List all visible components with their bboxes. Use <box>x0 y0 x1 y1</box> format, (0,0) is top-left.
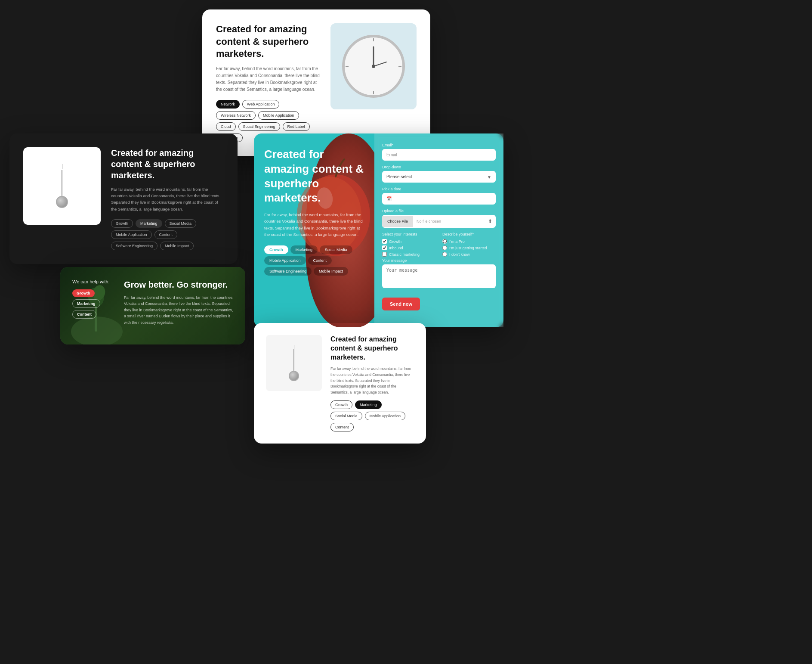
tag-social-eng[interactable]: Social Engineering <box>238 122 280 131</box>
upload-field-group: Upload a file Choose File No file chosen… <box>382 209 496 228</box>
tag-nature-content[interactable]: Content <box>72 310 96 319</box>
card-2-tags: Growth Marketing Social Media Mobile App… <box>111 219 224 250</box>
checkbox-classic-label: Classic marketing <box>389 252 420 257</box>
tag-mobile-app[interactable]: Mobile Application <box>258 111 299 120</box>
card-2-title: Created for amazing content & superhero … <box>111 147 224 181</box>
pendulum-small <box>289 345 299 381</box>
tag-network[interactable]: Network <box>216 100 240 109</box>
email-input[interactable] <box>382 149 496 161</box>
checkbox-classic-input[interactable] <box>382 252 387 257</box>
card-2-image <box>23 147 101 225</box>
card-4-teal: Created for amazing content & superhero … <box>254 133 503 327</box>
message-label: Your message <box>382 258 496 263</box>
tag-teal-mobile[interactable]: Mobile Application <box>264 256 306 265</box>
select-wrapper: Please select Option 1 Option 2 ▼ <box>382 171 496 183</box>
card-3-eyebrow: We can help with: <box>72 279 120 284</box>
tag5-mobile[interactable]: Mobile Application <box>365 412 406 420</box>
tag5-social[interactable]: Social Media <box>330 412 362 420</box>
tag-software-eng[interactable]: Software Engineering <box>111 242 157 250</box>
card-5-image <box>266 335 322 391</box>
tag-mobile-app2[interactable]: Mobile Application <box>111 230 152 239</box>
pendulum-line <box>62 170 62 196</box>
message-textarea[interactable] <box>382 264 496 288</box>
card-2-dark: Created for amazing content & superhero … <box>9 133 238 264</box>
tag5-content[interactable]: Content <box>330 423 354 431</box>
pendulum-illustration <box>56 164 68 208</box>
pendulum-needle-small <box>294 345 294 349</box>
date-label: Pick a date <box>382 187 496 191</box>
dropdown-field-group: Drop-down Please select Option 1 Option … <box>382 165 496 183</box>
card-5-white: Created for amazing content & superhero … <box>254 323 426 444</box>
tag-red-label[interactable]: Red Label <box>283 122 310 131</box>
tag-social-media[interactable]: Social Media <box>165 219 197 228</box>
pendulum-line-small <box>293 349 294 371</box>
send-now-button[interactable]: Send now <box>382 298 420 310</box>
card-4-body: Far far away, behind the word mountains,… <box>264 211 364 238</box>
tag5-growth[interactable]: Growth <box>330 400 352 409</box>
tag-teal-marketing[interactable]: Marketing <box>290 245 318 254</box>
radio-pro-input[interactable] <box>442 239 447 244</box>
checkbox-growth-label: Growth <box>389 239 401 244</box>
date-input[interactable]: 📅 <box>382 193 496 205</box>
radio-started-input[interactable] <box>442 245 447 250</box>
tag-teal-content[interactable]: Content <box>308 256 332 265</box>
pendulum-needle <box>62 164 62 169</box>
tag-nature-growth[interactable]: Growth <box>72 289 95 297</box>
tag-mobile-impact[interactable]: Mobile Impact <box>160 242 194 250</box>
card-4-form: Email* Drop-down Please select Option 1 … <box>374 133 503 327</box>
describe-label: Describe yourself* <box>442 232 496 236</box>
radio-dontknow-label: I don't know <box>449 252 470 257</box>
email-label: Email* <box>382 143 496 147</box>
upload-label: Upload a file <box>382 209 496 213</box>
checkbox-inbound-input[interactable] <box>382 245 387 250</box>
checkbox-growth-input[interactable] <box>382 239 387 244</box>
tag-teal-impact[interactable]: Mobile Impact <box>314 267 348 276</box>
email-field-group: Email* <box>382 143 496 161</box>
file-upload-row: Choose File No file chosen ⬆ <box>382 215 496 228</box>
radio-started: I'm just getting started <box>442 245 496 250</box>
card-2-body: Far far away, behind the word mountains,… <box>111 186 224 212</box>
tag-growth[interactable]: Growth <box>111 219 133 228</box>
card-5-body: Far far away, behind the word mountains,… <box>330 366 414 395</box>
card-3-title: Grow better. Go stronger. <box>124 279 233 290</box>
radio-pro-label: I'm a Pro <box>449 239 465 244</box>
radio-dontknow-input[interactable] <box>442 252 447 257</box>
tag-teal-social[interactable]: Social Media <box>320 245 352 254</box>
choose-file-button[interactable]: Choose File <box>382 216 413 227</box>
card-3-left-col: We can help with: Growth Marketing Conte… <box>72 279 120 332</box>
tag-web-app[interactable]: Web Application <box>242 100 279 109</box>
tag-teal-softeng[interactable]: Software Engineering <box>264 267 312 276</box>
card-5-tags: Growth Marketing Social Media Mobile App… <box>330 400 414 431</box>
pendulum-ball-small <box>289 371 299 381</box>
card-1-title: Created for amazing content & superhero … <box>216 23 320 60</box>
checkbox-growth: Growth <box>382 239 435 244</box>
card-1-content: Created for amazing content & superhero … <box>216 23 320 142</box>
card-4-tag-row: Growth Marketing Social Media Mobile App… <box>264 245 364 276</box>
upload-icon: ⬆ <box>485 215 496 228</box>
card-5-content: Created for amazing content & superhero … <box>330 335 414 431</box>
card-4-title: Created for amazing content & superhero … <box>264 147 364 205</box>
tag-marketing[interactable]: Marketing <box>136 219 162 228</box>
card-1-body: Far far away, behind the word mountains,… <box>216 65 320 93</box>
radio-pro: I'm a Pro <box>442 239 496 244</box>
interests-section: Select your interests Growth Inbound Cla… <box>382 232 496 258</box>
card-3-inner: We can help with: Growth Marketing Conte… <box>60 267 245 344</box>
tag5-marketing[interactable]: Marketing <box>355 400 382 409</box>
date-field-group: Pick a date 📅 <box>382 187 496 205</box>
pendulum-ball <box>56 196 68 208</box>
card-1-image <box>330 23 417 109</box>
tag-nature-marketing[interactable]: Marketing <box>72 299 100 308</box>
dropdown-label: Drop-down <box>382 165 496 169</box>
tag-teal-growth[interactable]: Growth <box>264 245 288 254</box>
file-name-display: No file chosen <box>413 216 485 227</box>
card-3-right-col: Grow better. Go stronger. Far far away, … <box>120 279 233 332</box>
card-2-content: Created for amazing content & superhero … <box>111 147 224 250</box>
dropdown-select[interactable]: Please select Option 1 Option 2 <box>382 171 496 183</box>
tag-cloud[interactable]: Cloud <box>216 122 236 131</box>
clock-icon <box>330 23 417 109</box>
interests-checkboxes: Select your interests Growth Inbound Cla… <box>382 232 435 258</box>
tag-content[interactable]: Content <box>154 230 178 239</box>
interests-label: Select your interests <box>382 232 435 236</box>
tag-wireless[interactable]: Wireless Network <box>216 111 256 120</box>
card-3-tag-row: Growth Marketing Content <box>72 289 120 320</box>
